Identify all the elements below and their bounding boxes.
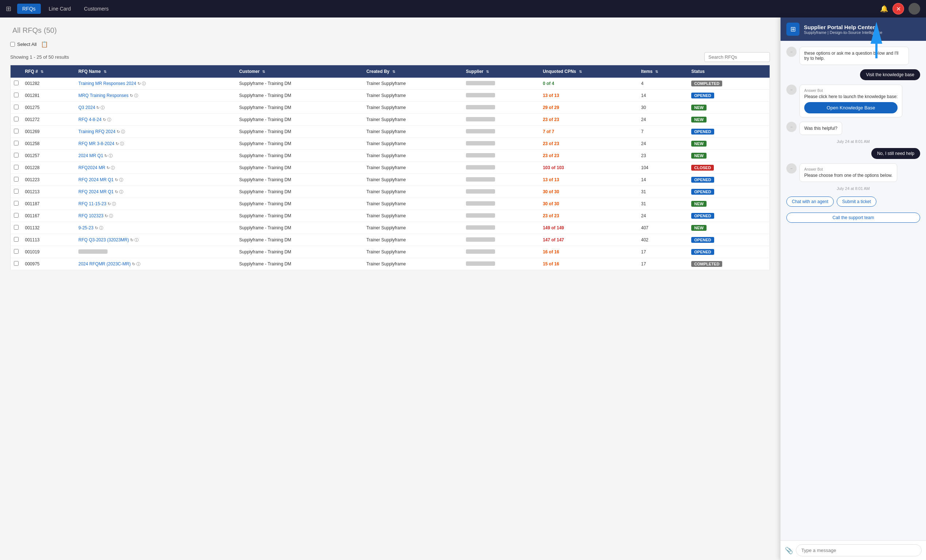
bot-intro-message: ·· these options or ask me a question be… — [786, 47, 920, 65]
col-customer[interactable]: Customer ⇅ — [236, 65, 363, 78]
rfq-name-link[interactable]: MRQ Training Responses — [79, 93, 128, 98]
rfq-number: 001113 — [22, 234, 76, 246]
col-rfq-name[interactable]: RFQ Name ⇅ — [76, 65, 236, 78]
rfq-name-link[interactable]: RFQ Q3-2023 (32023MR) — [79, 238, 129, 242]
bot-options-bubble: Answer Bot Please choose from one of the… — [799, 163, 897, 182]
unquoted-cell: 29 of 29 — [540, 102, 639, 114]
rfq-name-link[interactable]: RFQ 2024 MR Q1 — [79, 189, 114, 194]
col-unquoted[interactable]: Unquoted CPNs ⇅ — [540, 65, 639, 78]
select-all-label[interactable]: Select All — [10, 42, 36, 47]
status-badge: NEW — [691, 141, 707, 147]
call-support-button[interactable]: Call the support team — [786, 213, 920, 223]
supplier-cell — [463, 90, 540, 102]
supplier-blurred — [466, 250, 495, 254]
col-rfq-number[interactable]: RFQ # ⇅ — [22, 65, 76, 78]
col-supplier[interactable]: Supplier ⇅ — [463, 65, 540, 78]
customer-cell: Supplyframe - Training DM — [236, 246, 363, 258]
row-checkbox[interactable] — [14, 153, 18, 157]
help-panel: ⊞ Supplier Portal Help Center Supplyfram… — [780, 18, 926, 277]
row-checkbox[interactable] — [14, 213, 18, 218]
rfq-name-link[interactable]: 9-25-23 — [79, 225, 93, 230]
select-all-checkbox[interactable] — [10, 42, 15, 47]
rfq-name-link[interactable]: RFQ2024 MR — [79, 165, 105, 170]
status-cell: OPENED — [688, 126, 770, 138]
open-knowledge-base-button[interactable]: Open Knowledge Base — [804, 102, 897, 114]
row-checkbox[interactable] — [14, 104, 18, 109]
export-icon[interactable]: 📋 — [41, 41, 48, 48]
rfq-name-link[interactable]: RFQ 11-15-23 — [79, 201, 106, 206]
row-checkbox[interactable] — [14, 129, 18, 133]
unquoted-cell: 13 of 13 — [540, 90, 639, 102]
created-by-cell: Trainer Supplyframe — [363, 126, 463, 138]
rfq-name-cell: RFQ 4-8-24 ↻ ⓘ — [76, 114, 236, 126]
table-row: 001132 9-25-23 ↻ ⓘ Supplyframe - Trainin… — [11, 222, 770, 234]
row-checkbox[interactable] — [14, 249, 18, 254]
row-checkbox[interactable] — [14, 201, 18, 206]
created-by-cell: Trainer Supplyframe — [363, 198, 463, 210]
table-row: 001019 Supplyframe - Training DM Trainer… — [11, 246, 770, 258]
status-badge: COMPLETED — [691, 80, 722, 86]
rfq-name-link[interactable]: RFQ 2024 MR Q1 — [79, 177, 114, 182]
supplier-blurred — [466, 213, 495, 218]
row-checkbox[interactable] — [14, 92, 18, 97]
supplier-blurred — [466, 153, 495, 157]
row-checkbox[interactable] — [14, 177, 18, 182]
supplier-cell — [463, 174, 540, 186]
rfq-table: RFQ # ⇅ RFQ Name ⇅ Customer ⇅ Created By… — [10, 65, 770, 270]
rfq-name-link[interactable]: RFQ 4-8-24 — [79, 117, 101, 122]
col-created-by[interactable]: Created By ⇅ — [363, 65, 463, 78]
row-checkbox[interactable] — [14, 237, 18, 242]
created-by-cell: Trainer Supplyframe — [363, 102, 463, 114]
row-checkbox[interactable] — [14, 80, 18, 85]
created-by-cell: Trainer Supplyframe — [363, 138, 463, 150]
status-cell: NEW — [688, 198, 770, 210]
row-checkbox[interactable] — [14, 189, 18, 194]
close-button[interactable]: ✕ — [893, 3, 904, 15]
row-checkbox[interactable] — [14, 117, 18, 121]
unquoted-cell: 103 of 103 — [540, 162, 639, 174]
rfq-name-link[interactable]: Training MR Responses 2024 — [79, 81, 136, 86]
status-cell: OPENED — [688, 234, 770, 246]
nav-tab-linecard[interactable]: Line Card — [44, 4, 76, 14]
col-status[interactable]: Status — [688, 65, 770, 78]
row-checkbox[interactable] — [14, 165, 18, 170]
unquoted-cell: 23 of 23 — [540, 210, 639, 222]
bot-kb-bubble: Answer Bot Please click here to launch t… — [799, 85, 902, 117]
rfq-number: 001187 — [22, 198, 76, 210]
row-checkbox[interactable] — [14, 225, 18, 230]
row-checkbox-cell — [11, 174, 22, 186]
help-header-text: Supplier Portal Help Center Supplyframe … — [804, 24, 882, 35]
customer-cell: Supplyframe - Training DM — [236, 210, 363, 222]
help-header: ⊞ Supplier Portal Help Center Supplyfram… — [781, 18, 926, 41]
customer-cell: Supplyframe - Training DM — [236, 138, 363, 150]
row-checkbox[interactable] — [14, 141, 18, 145]
row-checkbox[interactable] — [14, 261, 18, 266]
row-checkbox-cell — [11, 90, 22, 102]
rfq-name-link[interactable]: 2024 MR Q1 — [79, 153, 103, 158]
status-cell: OPENED — [688, 90, 770, 102]
supplier-cell — [463, 258, 540, 270]
rfq-name-link[interactable]: 2024 RFQMR (2023C-MR) — [79, 262, 130, 266]
rfq-name-link[interactable]: RFQ MR 3-8-2024 — [79, 141, 115, 146]
rfq-name-link[interactable]: RFQ 102323 — [79, 213, 104, 218]
rfq-name-cell: Q3 2024 ↻ ⓘ — [76, 102, 236, 114]
user-no-help-bubble: No, I still need help — [871, 148, 920, 159]
bell-icon[interactable]: 🔔 — [880, 5, 888, 13]
unquoted-cell: 23 of 23 — [540, 114, 639, 126]
row-checkbox-cell — [11, 114, 22, 126]
search-input[interactable] — [704, 52, 770, 62]
rfq-name-link[interactable]: Training RFQ 2024 — [79, 129, 116, 134]
user-visit-kb-message: Visit the knowledge base — [786, 69, 920, 80]
items-cell: 14 — [639, 90, 688, 102]
nav-tab-customers[interactable]: Customers — [79, 4, 114, 14]
grid-icon[interactable]: ⊞ — [6, 5, 11, 13]
chat-agent-button[interactable]: Chat with an agent — [786, 197, 834, 207]
items-cell: 407 — [639, 222, 688, 234]
supplier-blurred — [466, 165, 495, 170]
nav-tab-rfqs[interactable]: RFQs — [17, 4, 41, 14]
submit-ticket-button[interactable]: Submit a ticket — [837, 197, 876, 207]
col-items[interactable]: Items ⇅ — [639, 65, 688, 78]
rfq-name-link[interactable]: Q3 2024 — [79, 105, 95, 110]
timestamp-1: July 24 at 8:01 AM — [786, 139, 920, 144]
avatar[interactable] — [908, 3, 920, 15]
